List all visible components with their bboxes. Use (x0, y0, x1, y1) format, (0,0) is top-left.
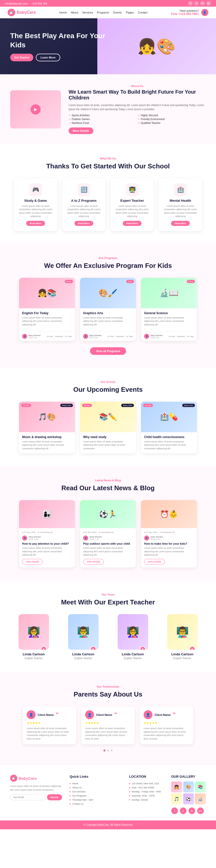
gallery-thumb-0[interactable]: 👧 (171, 781, 182, 793)
team-img-bg-0: 👩‍🏫 (19, 614, 49, 650)
user-icon[interactable]: 👤 (201, 9, 208, 16)
program-avatar-0: 👤 (22, 334, 27, 339)
news-avatar-2: 👤 (144, 535, 149, 540)
footer-link-2[interactable]: Our Services (70, 789, 121, 794)
gallery-thumb-4[interactable]: ⚽ (183, 794, 194, 804)
footer-logo: 🍼 BabyCare (10, 775, 62, 782)
service-desc-0: Lorem ipsum dolor sit amet consectetur a… (18, 205, 53, 218)
news-img-1: ⚽🏃 (80, 500, 136, 528)
news-author-info-1: Mary Worden Baby Tutor (90, 536, 102, 540)
service-icon-1: 🔢 (77, 183, 90, 196)
newsletter-input[interactable] (10, 794, 46, 800)
about-title: We Learn Smart Way To Build Bright Futur… (69, 89, 206, 101)
phone-number: Free +123 456 7891 (171, 12, 199, 16)
news-author-info-2: Mary Worden Baby Tutor (151, 536, 163, 540)
service-btn-2[interactable]: Read More (123, 221, 142, 226)
testimonials-tag: Our Testimonials (10, 685, 206, 688)
footer-social-linkedin[interactable]: in (188, 807, 195, 814)
team-img-2: 👩‍🏫 ★ (118, 614, 148, 650)
footer-loc-0: 123 Street, New York, USA (129, 781, 164, 785)
news-detail-btn-2[interactable]: View Details (144, 559, 165, 564)
service-btn-1[interactable]: Read More (74, 221, 93, 226)
news-avatar-1: 👤 (83, 535, 88, 540)
program-meta-2: 23 Slot Students 01 Year (169, 335, 194, 338)
news-grid: 👩‍👧 ● 07 Nov 2022 ● Comments (0) 👤 Mary … (10, 500, 206, 567)
team-name-1: Linda Carlson (62, 652, 105, 656)
news-desc-0: Lorem ipsum dolor sit amet consectetur a… (22, 547, 72, 557)
events-tag: Our Events (10, 380, 206, 383)
service-icon-3: 🏥 (174, 183, 187, 196)
event-desc-1: Lorem ipsum dolor sit amet consectetur a… (83, 440, 133, 451)
view-all-programs-button[interactable]: View all Programs (90, 347, 126, 355)
program-author-info-1: Mary Worden Baby Tutor (89, 334, 102, 338)
program-author-info-0: Mary Worden Baby Tutor (29, 334, 41, 338)
program-author-row-1: 👤 Mary Worden Baby Tutor (83, 334, 102, 339)
learn-more-button[interactable]: Learn More (36, 54, 60, 61)
footer-link-1[interactable]: About Us (70, 785, 121, 789)
nav-home[interactable]: Home (59, 11, 67, 14)
event-body-2: Child health consciousness Lorem ipsum d… (141, 432, 197, 454)
event-type-0: Baby Kids (60, 404, 73, 407)
testimonial-header-1: 👤 Client Name " (85, 710, 131, 719)
news-meta-0: ● 07 Nov 2022 ● Comments (0) (22, 531, 72, 533)
program-meta-slot-2: 23 Slot (169, 335, 175, 338)
nav-services[interactable]: Services (82, 11, 93, 14)
service-btn-3[interactable]: Read More (171, 221, 190, 226)
gallery-thumb-3[interactable]: 🎵 (171, 794, 182, 804)
nav-about[interactable]: About (71, 11, 78, 14)
news-title-2: How to make time for your kids? (144, 542, 194, 545)
footer-loc-2: Monday - Friday: 9AM - 5PM (129, 789, 164, 794)
nav-events[interactable]: Events (113, 11, 122, 14)
news-author-role-2: Baby Tutor (151, 538, 163, 540)
event-desc-0: Lorem ipsum dolor sit amet consectetur a… (22, 440, 72, 451)
about-more-button[interactable]: More Details (69, 127, 93, 134)
navbar-phone: Have questions? Free +123 456 7891 (171, 9, 199, 16)
gallery-thumb-2[interactable]: 📚 (195, 781, 206, 793)
footer-link-5[interactable]: Contact Us (70, 802, 121, 806)
newsletter-submit-button[interactable]: SignUp (47, 794, 62, 800)
gallery-thumb-1[interactable]: 🎨 (183, 781, 194, 793)
footer-social-twitter[interactable]: t (180, 807, 186, 814)
dot-1[interactable] (103, 749, 105, 751)
gallery-thumb-5[interactable]: 🔬 (195, 794, 206, 804)
program-author-row-2: 👤 Mary Worden Baby Tutor (144, 334, 163, 339)
nav-contact[interactable]: Contact (138, 11, 147, 14)
programs-tag: Our Programs (10, 256, 206, 259)
service-btn-0[interactable]: Read More (26, 221, 45, 226)
news-detail-btn-1[interactable]: View Details (83, 559, 104, 564)
play-button[interactable]: ▶ (31, 104, 41, 115)
team-tag: Our Team (10, 593, 206, 596)
program-author-role-2: Baby Tutor (150, 337, 163, 338)
news-author-row-2: 👤 Mary Worden Baby Tutor (144, 535, 194, 540)
get-started-button[interactable]: Get Started (10, 54, 33, 61)
team-grid: 👩‍🏫 ★ Linda Carlson English Teacher 👨‍🏫 … (10, 614, 206, 660)
events-section: Our Events Our Upcoming Events 🎵🎨 22 Dec… (0, 368, 216, 466)
news-section: Latest News & Blog Read Our Latest News … (0, 466, 216, 580)
social-icon-twitter[interactable]: t (194, 1, 199, 6)
social-icon-google[interactable]: g+ (206, 1, 211, 6)
program-body-0: English For Today Lorem ipsum dolor sit … (19, 308, 75, 332)
team-section: Our Team Meet With Our Expert Teacher 👩‍… (0, 580, 216, 673)
footer-link-3[interactable]: Our Programs (70, 794, 121, 798)
news-card-1: ⚽🏃 ● 07 Nov 2022 ● Comments (0) 👤 Mary W… (80, 500, 136, 567)
feature-5: Nutritious Food (69, 122, 137, 124)
footer-location-col: LOCATION 123 Street, New York, USA Free:… (129, 775, 164, 814)
social-icon-linkedin[interactable]: in (200, 1, 205, 6)
social-icon-facebook[interactable]: f (188, 1, 193, 6)
nav-pages[interactable]: Pages (126, 11, 134, 14)
logo-icon: 🍼 (8, 9, 15, 16)
service-icon-0: 🎮 (29, 183, 42, 196)
footer-logo-icon: 🍼 (10, 775, 17, 782)
nav-programs[interactable]: Programs (97, 11, 109, 14)
footer-social-facebook[interactable]: f (171, 807, 178, 814)
footer-link-0[interactable]: Home (70, 781, 121, 785)
footer-social-google[interactable]: g+ (197, 807, 204, 814)
dot-3[interactable] (111, 749, 113, 751)
footer-grid: 🍼 BabyCare Lorem ipsum dolor sit amet co… (10, 775, 206, 814)
dot-2[interactable] (107, 749, 109, 751)
event-body-1: Why need study Lorem ipsum dolor sit ame… (80, 432, 136, 454)
event-type-2: Baby Kids (182, 404, 195, 407)
about-section: ▶ About Us We Learn Smart Way To Build B… (0, 74, 216, 144)
program-footer-1: 👤 Mary Worden Baby Tutor 23 Slot Student… (80, 332, 136, 341)
news-detail-btn-0[interactable]: View Details (22, 559, 43, 564)
